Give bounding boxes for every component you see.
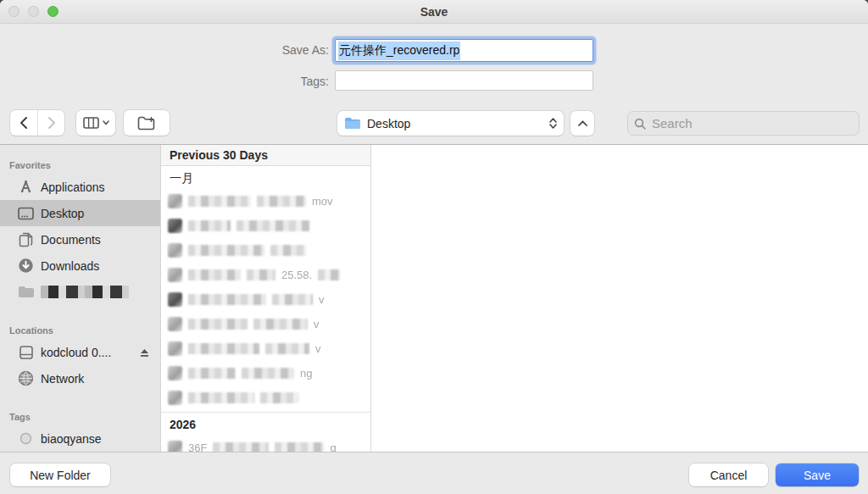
sidebar-item-tag-biaoqyanse[interactable]: biaoqyanse [0,425,160,452]
toolbar: Desktop [0,102,868,145]
chevron-left-icon [19,117,28,129]
file-icon [168,292,182,307]
file-name-fragment: v [314,318,320,330]
column-view-icon [83,117,99,129]
file-icon [168,243,182,258]
sidebar-item-applications[interactable]: Applications [0,174,160,200]
sidebar-item-kodcloud[interactable]: kodcloud 0.... [0,339,160,365]
documents-icon [18,231,34,247]
file-row[interactable]: 25.58. [161,263,370,287]
title-bar: Save [0,0,868,24]
downloads-icon [18,258,34,274]
close-icon [8,6,19,17]
traffic-lights [8,6,58,17]
file-icon [168,194,182,208]
eject-icon[interactable] [139,347,150,358]
sidebar-item-label: Downloads [41,259,99,273]
file-row[interactable]: 36F g [161,436,370,452]
applications-icon [18,179,34,195]
parent-folder-button[interactable] [570,111,594,136]
file-name-fragment: g [330,441,336,452]
file-row[interactable]: v [161,287,370,312]
chevron-up-icon [578,120,587,126]
save-as-input[interactable]: 元件操作_recovered.rp [335,39,593,62]
tag-circle-icon [18,430,34,447]
bottom-bar: New Folder Cancel Save [0,452,868,494]
search-field[interactable] [627,111,860,136]
redacted-label [41,286,129,298]
preview-column [371,145,868,452]
file-icon [168,317,182,331]
sidebar: Favorites Applications Desktop Documents [0,145,161,452]
globe-icon [18,370,34,386]
file-subgroup-2026: 2026 [161,413,370,436]
file-browser: Favorites Applications Desktop Documents [0,145,868,452]
chevron-down-icon [103,120,109,125]
new-folder-button[interactable]: New Folder [10,463,110,486]
sidebar-item-redacted-folder[interactable] [0,279,160,305]
file-name-fragment: v [315,342,321,355]
file-name-fragment: 25.58. [281,269,312,281]
sidebar-item-label: Documents [41,233,101,247]
file-row[interactable] [161,386,370,410]
sidebar-item-label: kodcloud 0.... [41,346,111,359]
sidebar-item-label: biaoqyanse [41,432,102,446]
file-row[interactable]: mov [161,189,370,214]
desktop-icon [18,205,34,221]
forward-button[interactable] [37,110,64,136]
view-options-button[interactable] [76,110,115,136]
file-row[interactable]: v [161,312,370,336]
save-as-label: Save As: [0,43,329,57]
location-dropdown-value: Desktop [367,117,410,130]
file-icon [168,268,182,282]
minimize-icon [28,6,39,17]
file-name-fragment: mov [312,195,333,208]
sidebar-item-network[interactable]: Network [0,365,160,391]
file-subgroup-january: 一月 [161,166,370,189]
file-name-prefix: 36F [188,441,207,452]
file-group-header: Previous 30 Days [161,145,370,166]
tags-input[interactable] [335,70,593,91]
sidebar-section-locations: Locations [9,325,160,336]
folder-icon [18,284,34,300]
file-icon [168,441,182,452]
new-folder-icon [137,116,156,130]
file-list: Previous 30 Days 一月 mov [161,145,371,452]
window-title: Save [0,0,868,24]
sidebar-section-favorites: Favorites [9,160,160,170]
chevron-right-icon [47,117,56,129]
sidebar-section-tags: Tags [9,412,160,422]
history-nav [10,110,64,136]
file-icon [168,219,182,233]
harddrive-icon [18,344,34,360]
search-input[interactable] [650,115,853,131]
sidebar-item-label: Desktop [41,207,84,220]
sidebar-item-documents[interactable]: Documents [0,226,160,253]
back-button[interactable] [10,110,37,136]
zoom-icon[interactable] [47,6,58,17]
sidebar-item-label: Network [41,372,84,386]
file-row[interactable]: v [161,336,370,361]
file-icon [168,366,182,380]
file-row[interactable] [161,238,370,263]
file-row[interactable]: ng [161,361,370,386]
save-dialog: Save Save As: 元件操作_recovered.rp Tags: [0,0,868,494]
tags-label: Tags: [0,75,329,88]
cancel-button[interactable]: Cancel [689,463,768,486]
file-name-fragment: v [319,293,325,306]
search-icon [634,118,646,130]
filename-text: 元件操作_recovered.rp [338,42,460,60]
chevron-up-down-icon [549,118,557,129]
file-row[interactable] [161,214,370,238]
file-icon [168,391,182,405]
sidebar-item-label: Applications [41,180,105,194]
save-button[interactable]: Save [776,463,859,486]
blue-folder-icon [344,117,360,130]
sidebar-item-desktop[interactable]: Desktop [0,200,160,226]
sidebar-item-downloads[interactable]: Downloads [0,253,160,279]
new-folder-toolbar-button[interactable] [124,110,170,136]
file-name-fragment: ng [300,367,312,380]
location-dropdown[interactable]: Desktop [337,111,564,136]
file-icon [168,341,182,356]
